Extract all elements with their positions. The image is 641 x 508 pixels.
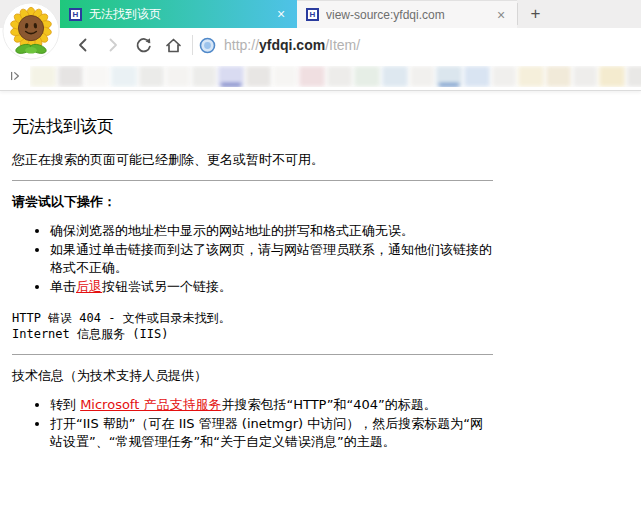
- navigation-bar: http://yfdqi.com/Item/: [0, 28, 641, 62]
- back-button[interactable]: [68, 33, 98, 57]
- forward-arrow-icon: [104, 36, 122, 54]
- site-globe-icon: [199, 37, 216, 54]
- bookmark-underline: [439, 84, 459, 86]
- close-tab-icon[interactable]: ×: [274, 7, 288, 21]
- bookmark-item[interactable]: [464, 66, 490, 87]
- bookmark-item[interactable]: [85, 66, 109, 87]
- suggestion-list: 确保浏览器的地址栏中显示的网站地址的拼写和格式正确无误。 如果通过单击链接而到达…: [12, 222, 495, 296]
- bookmark-item[interactable]: [299, 66, 325, 87]
- back-link[interactable]: 后退: [76, 279, 102, 294]
- bookmark-item[interactable]: [518, 66, 544, 87]
- bookmark-item[interactable]: [573, 66, 597, 87]
- technical-info-item: 打开“IIS 帮助”（可在 IIS 管理器 (inetmgr) 中访问），然后搜…: [50, 415, 495, 451]
- page-favicon-icon: H: [69, 8, 82, 21]
- http-error-code: HTTP 错误 404 - 文件或目录未找到。: [12, 310, 495, 326]
- bookmark-item[interactable]: [492, 66, 516, 87]
- microsoft-support-link[interactable]: Microsoft 产品支持服务: [80, 397, 221, 412]
- error-page-content: 无法找到该页 您正在搜索的页面可能已经删除、更名或暂时不可用。 请尝试以下操作：…: [0, 91, 495, 451]
- suggestion-item: 单击后退按钮尝试另一个链接。: [50, 278, 495, 296]
- bookmark-item[interactable]: [382, 66, 408, 87]
- suggestion-text: 单击: [50, 279, 76, 294]
- technical-info-label: 技术信息（为技术支持人员提供）: [12, 367, 495, 384]
- bookmark-item[interactable]: [58, 66, 83, 87]
- error-intro: 您正在搜索的页面可能已经删除、更名或暂时不可用。: [12, 151, 495, 168]
- bookmark-item[interactable]: [410, 66, 434, 87]
- suggestion-item: 如果通过单击链接而到达了该网页，请与网站管理员联系，通知他们该链接的格式不正确。: [50, 241, 495, 277]
- sunflower-icon: [2, 2, 60, 60]
- refresh-button[interactable]: [128, 33, 158, 57]
- http-error-block: HTTP 错误 404 - 文件或目录未找到。 Internet 信息服务 (I…: [12, 310, 495, 342]
- technical-info-list: 转到 Microsoft 产品支持服务并搜索包括“HTTP”和“404”的标题。…: [12, 396, 495, 451]
- url-text: http://yfdqi.com/Item/: [224, 37, 360, 53]
- sidebar-expand-icon[interactable]: [8, 68, 22, 84]
- tab-view-source[interactable]: H view-source:yfdqi.com ×: [297, 0, 517, 28]
- close-tab-icon[interactable]: ×: [494, 8, 508, 22]
- home-button[interactable]: [158, 33, 188, 57]
- bookmark-item[interactable]: [192, 66, 216, 87]
- bookmark-item[interactable]: [166, 66, 190, 87]
- bookmark-item[interactable]: [111, 66, 137, 87]
- url-scheme: http://: [224, 37, 259, 53]
- bookmark-item[interactable]: [599, 66, 625, 87]
- toolbar-divider: [192, 35, 193, 55]
- try-actions-label: 请尝试以下操作：: [12, 193, 495, 210]
- bookmark-item[interactable]: [546, 66, 571, 87]
- page-title: 无法找到该页: [12, 115, 495, 138]
- bookmark-item[interactable]: [246, 66, 271, 87]
- suggestion-text: 按钮尝试另一个链接。: [102, 279, 232, 294]
- bookmark-strip: [30, 66, 641, 87]
- bookmark-item[interactable]: [627, 66, 641, 87]
- suggestion-text: 如果通过单击链接而到达了该网页，请与网站管理员联系，通知他们该链接的格式不正确。: [50, 242, 492, 275]
- refresh-icon: [134, 36, 153, 55]
- tab-title: 无法找到该页: [89, 6, 267, 23]
- bookmark-item[interactable]: [218, 66, 244, 87]
- url-path: /Item/: [325, 37, 360, 53]
- technical-info-item: 转到 Microsoft 产品支持服务并搜索包括“HTTP”和“404”的标题。: [50, 396, 495, 414]
- sunflower-logo-icon[interactable]: [2, 2, 60, 60]
- tab-title: view-source:yfdqi.com: [326, 8, 487, 22]
- tab-error-page[interactable]: H 无法找到该页 ×: [60, 0, 297, 28]
- browser-window: H 无法找到该页 × H view-source:yfdqi.com × +: [0, 0, 641, 508]
- iis-service-label: Internet 信息服务 (IIS): [12, 326, 495, 342]
- bookmark-item[interactable]: [273, 66, 297, 87]
- divider: [12, 354, 493, 355]
- home-icon: [164, 36, 183, 55]
- tab-bar: H 无法找到该页 × H view-source:yfdqi.com × +: [0, 0, 641, 28]
- page-favicon-icon: H: [306, 8, 319, 21]
- bookmark-item[interactable]: [354, 66, 380, 87]
- forward-button[interactable]: [98, 33, 128, 57]
- bookmark-item[interactable]: [139, 66, 164, 87]
- suggestion-text: 确保浏览器的地址栏中显示的网站地址的拼写和格式正确无误。: [50, 223, 414, 238]
- bookmark-item[interactable]: [436, 66, 462, 87]
- new-tab-button[interactable]: +: [517, 3, 553, 25]
- suggestion-item: 确保浏览器的地址栏中显示的网站地址的拼写和格式正确无误。: [50, 222, 495, 240]
- bookmark-item[interactable]: [30, 66, 56, 87]
- divider: [12, 180, 493, 181]
- back-arrow-icon: [74, 36, 92, 54]
- technical-text: 打开“IIS 帮助”（可在 IIS 管理器 (inetmgr) 中访问），然后搜…: [50, 416, 483, 449]
- technical-text: 转到: [50, 397, 80, 412]
- url-host: yfdqi.com: [259, 37, 325, 53]
- address-bar[interactable]: http://yfdqi.com/Item/: [199, 37, 360, 54]
- bookmark-underline: [221, 84, 241, 86]
- bookmark-item[interactable]: [327, 66, 352, 87]
- technical-text: 并搜索包括“HTTP”和“404”的标题。: [221, 397, 436, 412]
- bookmarks-bar: [0, 62, 641, 91]
